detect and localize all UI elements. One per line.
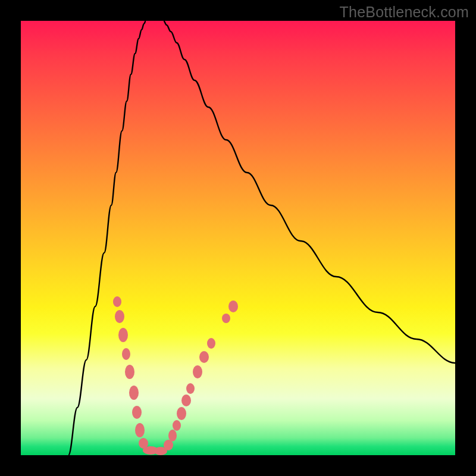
data-marker	[207, 338, 215, 349]
data-marker	[181, 394, 191, 406]
data-marker	[193, 365, 202, 378]
data-marker	[173, 420, 181, 431]
data-marker	[125, 365, 134, 379]
data-marker	[199, 351, 209, 363]
data-marker	[115, 310, 124, 323]
data-marker	[222, 314, 230, 323]
watermark-text: TheBottleneck.com	[340, 4, 469, 21]
plot-area	[21, 21, 455, 455]
data-marker	[228, 300, 238, 312]
data-marker	[168, 430, 177, 441]
data-marker	[135, 423, 145, 437]
data-marker	[122, 348, 130, 360]
data-marker	[177, 407, 186, 420]
data-marker	[129, 386, 139, 400]
data-marker	[186, 383, 195, 394]
data-marker	[132, 406, 142, 419]
data-marker	[113, 296, 121, 307]
marker-layer	[113, 296, 238, 455]
chart-svg	[21, 21, 455, 455]
chart-frame: TheBottleneck.com	[0, 0, 476, 476]
data-marker	[118, 328, 128, 342]
curve-right	[164, 21, 455, 363]
